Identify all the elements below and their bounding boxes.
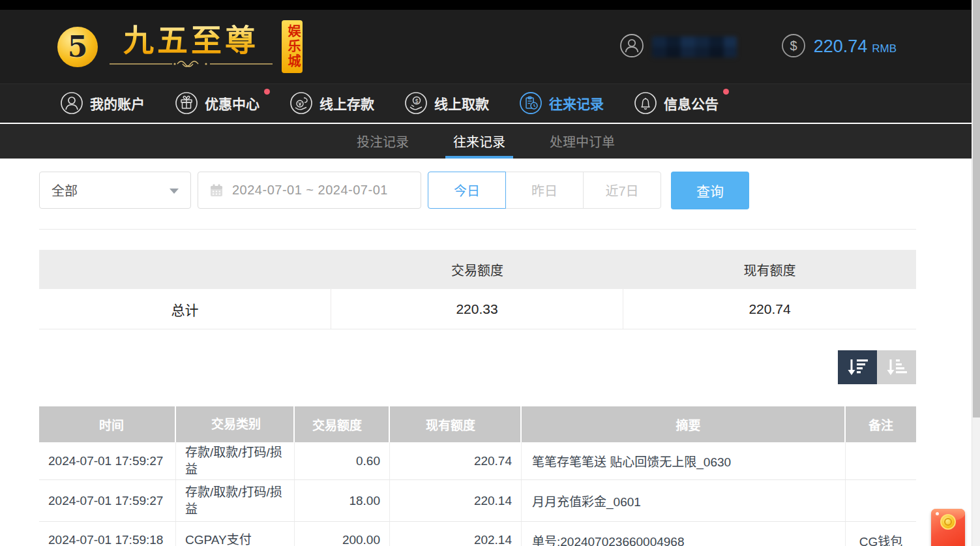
- date-range-input[interactable]: 2024-07-01 ~ 2024-07-01: [198, 172, 421, 209]
- deposit-icon: [290, 91, 313, 115]
- balance-amount: 220.74: [814, 37, 868, 57]
- red-envelope-widget[interactable]: [931, 509, 965, 546]
- logo-flourish-icon: [107, 59, 275, 68]
- logo-emblem-icon: 5: [57, 27, 98, 67]
- sort-ascending-button[interactable]: [877, 350, 916, 384]
- page-scrollbar[interactable]: [972, 0, 980, 546]
- gift-icon: [175, 91, 198, 115]
- type-select[interactable]: 全部: [39, 172, 191, 209]
- nav-item-promotions[interactable]: 优惠中心: [175, 91, 260, 115]
- cell-note: [846, 480, 916, 521]
- user-icon: [60, 91, 83, 115]
- site-logo[interactable]: 5 九五至尊 娱乐城: [57, 20, 303, 73]
- table-row: 2024-07-01 17:59:18 CGPAY支付 200.00 202.1…: [39, 522, 916, 546]
- summary-total-label: 总计: [39, 289, 331, 329]
- cell-note: CG钱包: [846, 522, 916, 546]
- username-redacted: [652, 37, 737, 57]
- coin-icon: [940, 514, 956, 530]
- col-header-time: 时间: [39, 406, 176, 442]
- summary-header-balance: 现有额度: [623, 250, 916, 289]
- nav-label: 信息公告: [664, 93, 719, 113]
- sort-descending-button[interactable]: [838, 350, 877, 384]
- svg-text:$: $: [790, 38, 797, 53]
- cell-amount: 18.00: [295, 480, 390, 521]
- main-nav: 我的账户 优惠中心 线上存款: [0, 83, 972, 123]
- nav-label: 我的账户: [90, 93, 145, 113]
- type-select-value: 全部: [52, 181, 78, 200]
- cell-balance: 220.74: [390, 442, 522, 479]
- svg-text:$: $: [415, 98, 419, 104]
- cell-amount: 200.00: [295, 522, 390, 546]
- user-avatar-icon[interactable]: [619, 33, 644, 61]
- table-row: 2024-07-01 17:59:27 存款/取款/打码/损益 18.00 22…: [39, 480, 916, 522]
- cell-summary: 单号:202407023660004968: [522, 522, 846, 546]
- nav-item-transaction-records[interactable]: 往来记录: [519, 91, 604, 115]
- nav-label: 优惠中心: [205, 93, 260, 113]
- cell-note: [846, 442, 916, 479]
- col-header-note: 备注: [846, 406, 916, 442]
- cell-summary: 月月充值彩金_0601: [522, 480, 846, 521]
- table-row: 2024-07-01 17:59:27 存款/取款/打码/损益 0.60 220…: [39, 442, 916, 480]
- section-divider: [39, 229, 916, 230]
- cell-time: 2024-07-01 17:59:18: [39, 522, 176, 546]
- quick-btn-last7days[interactable]: 近7日: [583, 172, 661, 209]
- col-header-type: 交易类别: [176, 406, 295, 442]
- summary-header-transaction: 交易额度: [331, 250, 623, 289]
- cell-type: 存款/取款/打码/损益: [176, 480, 295, 521]
- tab-betting-records[interactable]: 投注记录: [349, 124, 417, 159]
- calendar-icon: [209, 183, 224, 198]
- summary-transaction-total: 220.33: [331, 289, 623, 329]
- logo-title: 九五至尊: [123, 25, 259, 55]
- summary-table: 交易额度 现有额度 总计 220.33 220.74: [39, 250, 916, 329]
- col-header-summary: 摘要: [522, 406, 846, 442]
- nav-item-announcements[interactable]: 信息公告: [634, 91, 719, 115]
- record-tabs: 投注记录 往来记录 处理中订单: [0, 124, 972, 159]
- summary-table-row: 总计 220.33 220.74: [39, 289, 916, 329]
- header-user-area: $ 220.74 RMB: [619, 33, 897, 61]
- cell-time: 2024-07-01 17:59:27: [39, 442, 176, 479]
- browser-top-strip: [0, 0, 972, 10]
- quick-btn-today[interactable]: 今日: [428, 172, 506, 209]
- sort-controls: [39, 350, 916, 384]
- date-range-value: 2024-07-01 ~ 2024-07-01: [232, 183, 388, 198]
- cell-summary: 笔笔存笔笔送 贴心回馈无上限_0630: [522, 442, 846, 479]
- site-header: 5 九五至尊 娱乐城 $: [0, 10, 972, 83]
- col-header-balance: 现有额度: [390, 406, 522, 442]
- balance-currency: RMB: [872, 38, 897, 55]
- notification-dot: [264, 89, 270, 95]
- tab-processing-orders[interactable]: 处理中订单: [542, 124, 623, 159]
- col-header-amount: 交易额度: [295, 406, 390, 442]
- records-table-header: 时间 交易类别 交易额度 现有额度 摘要 备注: [39, 406, 916, 442]
- cell-type: CGPAY支付: [176, 522, 295, 546]
- sort-ascending-icon: [885, 357, 908, 377]
- sort-descending-icon: [846, 357, 869, 377]
- nav-label: 往来记录: [549, 93, 604, 113]
- logo-text-block: 九五至尊: [107, 25, 275, 68]
- balance-group[interactable]: $ 220.74 RMB: [781, 33, 897, 61]
- logo-badge: 娱乐城: [282, 20, 303, 73]
- withdraw-icon: $: [404, 91, 428, 115]
- summary-table-header: 交易额度 现有额度: [39, 250, 916, 289]
- cell-balance: 220.14: [390, 480, 522, 521]
- nav-label: 线上取款: [434, 93, 489, 113]
- scrollbar-thumb[interactable]: [973, 0, 980, 417]
- tab-transaction-records[interactable]: 往来记录: [445, 124, 513, 159]
- records-table: 时间 交易类别 交易额度 现有额度 摘要 备注 2024-07-01 17:59…: [39, 406, 916, 546]
- envelope-highlight: [936, 512, 939, 515]
- quick-btn-yesterday[interactable]: 昨日: [505, 172, 584, 209]
- nav-label: 线上存款: [319, 93, 374, 113]
- currency-dollar-icon: $: [781, 33, 806, 61]
- cell-balance: 202.14: [390, 522, 522, 546]
- cell-amount: 0.60: [295, 442, 390, 479]
- cell-type: 存款/取款/打码/损益: [176, 442, 295, 479]
- nav-item-withdraw[interactable]: $ 线上取款: [404, 91, 489, 115]
- bell-icon: [634, 91, 657, 115]
- search-button[interactable]: 查询: [671, 172, 749, 209]
- summary-balance-total: 220.74: [623, 289, 916, 329]
- nav-item-deposit[interactable]: 线上存款: [290, 91, 374, 115]
- filter-bar: 全部 2024-07-01 ~ 2024-07-01 今日 昨日 近7日 查询: [39, 172, 749, 209]
- notification-dot: [723, 89, 729, 95]
- summary-header-empty: [39, 250, 331, 289]
- nav-item-my-account[interactable]: 我的账户: [60, 91, 145, 115]
- chevron-down-icon: [170, 189, 179, 194]
